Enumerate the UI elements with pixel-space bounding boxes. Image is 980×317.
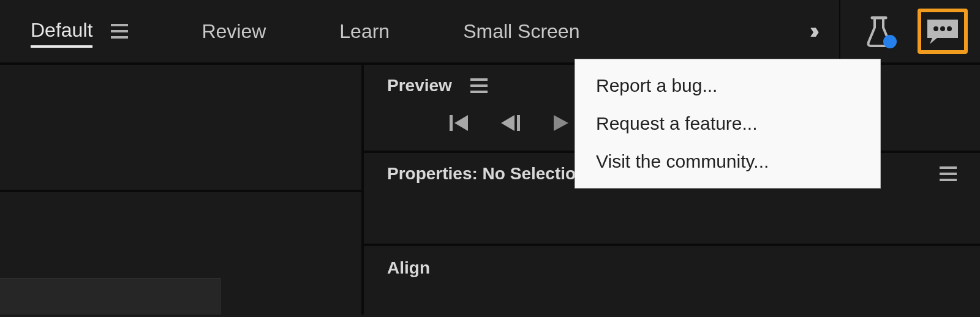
preview-panel-title: Preview — [387, 76, 452, 95]
workspace-tabs: Default Review Learn Small Screen — [31, 15, 579, 48]
feedback-dropdown: Report a bug... Request a feature... Vis… — [575, 59, 881, 188]
left-panel — [0, 65, 361, 315]
svg-rect-4 — [450, 115, 453, 131]
speech-bubble-icon — [925, 17, 960, 45]
svg-marker-6 — [501, 115, 514, 131]
workspace-tab-review[interactable]: Review — [202, 17, 266, 47]
menu-item-report-bug[interactable]: Report a bug... — [575, 67, 880, 105]
svg-point-3 — [947, 26, 952, 31]
workspace-tab-default[interactable]: Default — [31, 15, 92, 48]
properties-panel-menu-icon[interactable] — [940, 166, 957, 181]
skip-back-icon — [450, 114, 470, 132]
overflow-chevron-icon[interactable]: ›› — [810, 18, 815, 44]
svg-point-1 — [933, 26, 938, 31]
svg-marker-5 — [454, 115, 468, 131]
menu-item-request-feature[interactable]: Request a feature... — [575, 105, 880, 143]
step-back-icon — [501, 114, 522, 132]
workspace-switcher-bar: Default Review Learn Small Screen ›› — [0, 0, 980, 65]
left-subpanel — [0, 278, 221, 315]
left-panel-bottom — [0, 192, 361, 315]
go-to-start-button[interactable] — [450, 114, 470, 132]
align-panel-title: Align — [387, 258, 430, 277]
play-button[interactable] — [552, 114, 570, 132]
play-icon — [552, 114, 570, 132]
svg-rect-7 — [517, 115, 520, 131]
align-panel: Align — [364, 246, 980, 290]
menu-item-visit-community[interactable]: Visit the community... — [575, 143, 880, 181]
beaker-button[interactable] — [865, 15, 893, 47]
workspace-tab-learn[interactable]: Learn — [339, 17, 390, 47]
workspace-default-menu-icon[interactable] — [111, 24, 128, 39]
left-panel-top — [0, 65, 361, 192]
feedback-button[interactable] — [918, 9, 968, 54]
svg-point-2 — [940, 26, 945, 31]
svg-marker-8 — [554, 115, 568, 131]
preview-panel-menu-icon[interactable] — [470, 78, 488, 93]
workspace-tab-small-screen[interactable]: Small Screen — [463, 17, 579, 47]
divider — [839, 0, 840, 62]
notification-badge — [883, 35, 897, 48]
step-back-button[interactable] — [501, 114, 522, 132]
properties-panel-title: Properties: No Selection — [387, 164, 586, 184]
